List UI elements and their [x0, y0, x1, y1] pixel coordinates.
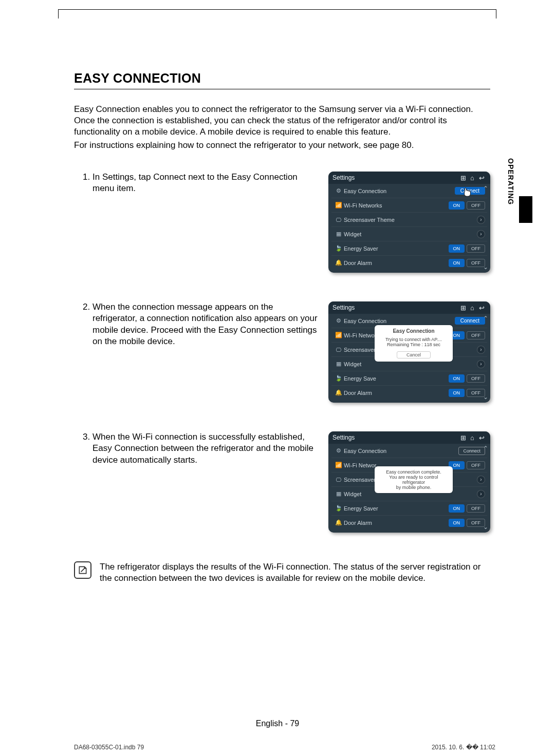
- popup-line-1: Easy connection complete.: [379, 469, 449, 475]
- note-icon: [74, 561, 91, 579]
- bell-icon: 🔔: [334, 389, 344, 396]
- scrollbar[interactable]: ⌃ ⌄: [482, 445, 489, 531]
- popup-line-2: Remaining Time : 118 sec: [379, 342, 449, 347]
- intro-paragraph-1: Easy Connection enables you to connect t…: [74, 104, 490, 138]
- gear-icon: ⚙: [334, 187, 344, 194]
- chevron-up-icon[interactable]: ⌃: [483, 445, 488, 452]
- row-easy-connection[interactable]: ⚙ Easy Connection Connect: [331, 444, 487, 458]
- screensaver-icon: 🖵: [334, 347, 344, 353]
- section-tab-marker: [519, 196, 532, 223]
- note-block: The refrigerator displays the results of…: [74, 561, 490, 584]
- grid-icon[interactable]: ⊞: [458, 434, 468, 442]
- grid-icon[interactable]: ⊞: [458, 304, 468, 312]
- section-tab-label: OPERATING: [507, 158, 515, 205]
- widget-icon: ▦: [334, 490, 344, 497]
- connect-button[interactable]: Connect: [455, 187, 485, 195]
- row-energy-saver[interactable]: 🍃 Energy Saver ON OFF: [331, 241, 487, 255]
- screensaver-icon: 🖵: [334, 477, 344, 483]
- settings-header-label: Settings: [332, 434, 458, 441]
- row-energy-saver[interactable]: 🍃 Energy Saver ON OFF: [331, 501, 487, 515]
- easy-connection-popup: Easy Connection Trying to connect with A…: [375, 325, 453, 362]
- step-1-text: In Settings, tap Connect next to the Eas…: [92, 172, 320, 194]
- scrollbar[interactable]: ⌃ ⌄: [482, 315, 489, 401]
- step-3: When the Wi-Fi connection is successfull…: [92, 431, 490, 533]
- connect-button[interactable]: Connect: [458, 447, 485, 455]
- settings-header-label: Settings: [332, 174, 458, 181]
- settings-screenshot-3: Settings ⊞ ⌂ ↩ ⚙ Easy Connection Connect: [328, 431, 490, 533]
- wifi-on-pill[interactable]: ON: [449, 201, 465, 210]
- leaf-icon: 🍃: [334, 505, 344, 512]
- step-2-text: When the connection message appears on t…: [92, 301, 320, 347]
- home-icon[interactable]: ⌂: [468, 174, 477, 182]
- grid-icon[interactable]: ⊞: [458, 174, 468, 182]
- step-3-text: When the Wi-Fi connection is successfull…: [92, 431, 320, 465]
- print-file-label: DA68-03055C-01.indb 79: [74, 744, 144, 751]
- step-2: When the connection message appears on t…: [92, 301, 490, 403]
- popup-title: Easy Connection: [379, 328, 449, 334]
- wifi-icon: 📶: [334, 202, 344, 209]
- row-easy-connection[interactable]: ⚙ Easy Connection Connect: [331, 184, 487, 198]
- row-screensaver[interactable]: 🖵 Screensaver Theme ›: [331, 212, 487, 226]
- back-icon[interactable]: ↩: [477, 304, 486, 312]
- intro-paragraph-2: For instructions explaining how to conne…: [74, 140, 490, 151]
- alarm-on-pill[interactable]: ON: [449, 259, 465, 267]
- energy-on-pill[interactable]: ON: [449, 244, 465, 253]
- note-text: The refrigerator displays the results of…: [100, 561, 490, 584]
- popup-line-3: by mobile phone.: [379, 485, 449, 490]
- page-title: Easy Connection: [74, 71, 490, 89]
- popup-line-1: Trying to connect with AP....: [379, 337, 449, 342]
- widget-icon: ▦: [334, 231, 344, 237]
- home-icon[interactable]: ⌂: [468, 304, 477, 312]
- bell-icon: 🔔: [334, 259, 344, 266]
- wifi-icon: 📶: [334, 462, 344, 468]
- bell-icon: 🔔: [334, 519, 344, 526]
- gear-icon: ⚙: [334, 317, 344, 324]
- page-footer: English - 79: [0, 719, 555, 728]
- gear-icon: ⚙: [334, 447, 344, 454]
- chevron-up-icon[interactable]: ⌃: [483, 185, 488, 192]
- popup-line-2: You are ready to control refrigerator: [379, 475, 449, 485]
- step-1: In Settings, tap Connect next to the Eas…: [92, 172, 490, 273]
- print-date-label: 2015. 10. 6. �� 11:02: [432, 744, 495, 751]
- row-door-alarm[interactable]: 🔔 Door Alarm ON OFF: [331, 515, 487, 530]
- row-wifi[interactable]: 📶 Wi-Fi Networks ON OFF: [331, 198, 487, 212]
- settings-screenshot-1: Settings ⊞ ⌂ ↩ ⚙ Easy Connection Connect: [328, 172, 490, 273]
- chevron-down-icon[interactable]: ⌄: [483, 393, 488, 401]
- chevron-up-icon[interactable]: ⌃: [483, 315, 488, 322]
- back-icon[interactable]: ↩: [477, 434, 486, 442]
- settings-header-label: Settings: [332, 304, 458, 311]
- cancel-button[interactable]: Cancel: [397, 351, 431, 358]
- row-door-alarm[interactable]: 🔔 Door Alarm ON OFF: [331, 385, 487, 400]
- back-icon[interactable]: ↩: [477, 174, 486, 182]
- settings-screenshot-2: Settings ⊞ ⌂ ↩ ⚙ Easy Connection Connect: [328, 301, 490, 403]
- row-door-alarm[interactable]: 🔔 Door Alarm ON OFF: [331, 255, 487, 270]
- scrollbar[interactable]: ⌃ ⌄: [482, 185, 489, 271]
- row-energy-saver[interactable]: 🍃 Energy Save ON OFF: [331, 371, 487, 385]
- chevron-down-icon[interactable]: ⌄: [483, 263, 488, 271]
- wifi-icon: 📶: [334, 332, 344, 338]
- screensaver-icon: 🖵: [334, 217, 344, 223]
- leaf-icon: 🍃: [334, 375, 344, 382]
- home-icon[interactable]: ⌂: [468, 434, 477, 442]
- chevron-down-icon[interactable]: ⌄: [483, 523, 488, 531]
- leaf-icon: 🍃: [334, 245, 344, 252]
- connect-button[interactable]: Connect: [455, 317, 485, 325]
- connection-complete-popup: Easy connection complete. You are ready …: [375, 466, 453, 493]
- widget-icon: ▦: [334, 361, 344, 367]
- row-widget[interactable]: ▦ Widget ›: [331, 226, 487, 241]
